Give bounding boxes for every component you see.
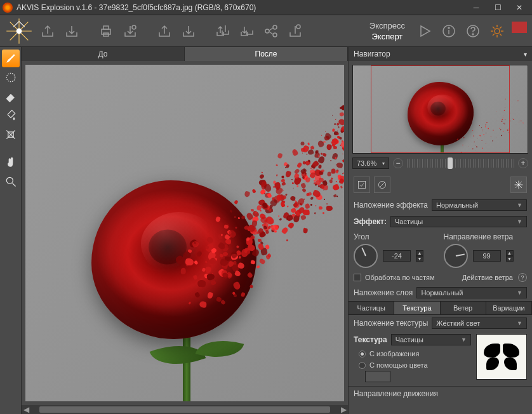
svg-line-28 xyxy=(12,184,15,187)
preset-check-button[interactable] xyxy=(354,177,370,193)
open-icon[interactable] xyxy=(38,22,57,41)
wind-dir-label: Направление ветра xyxy=(444,232,528,241)
zoom-slider[interactable] xyxy=(407,159,514,168)
texture-preview[interactable] xyxy=(476,334,527,380)
mode-express[interactable]: Экспресс xyxy=(369,21,405,30)
tex-overlay-dropdown[interactable]: Жёсткий свет▼ xyxy=(432,317,527,329)
zoom-tool[interactable] xyxy=(2,173,20,190)
svg-line-31 xyxy=(380,182,385,187)
navigator-title: Навигатор xyxy=(354,50,390,58)
svg-line-15 xyxy=(269,32,273,34)
wind-dir-input[interactable] xyxy=(473,250,501,262)
svg-point-11 xyxy=(265,29,269,33)
notification-icon[interactable] xyxy=(512,22,527,33)
selection-tool[interactable] xyxy=(2,69,20,86)
svg-line-5 xyxy=(13,21,19,27)
subtab-variations[interactable]: Вариации xyxy=(486,302,532,314)
export-icon[interactable] xyxy=(121,22,140,41)
svg-point-19 xyxy=(448,27,449,29)
overlay-dropdown[interactable]: Нормальный▼ xyxy=(432,199,527,211)
right-panel: Навигатор ▾ 73.6%▾ − + xyxy=(348,47,532,414)
prefs-icon[interactable] xyxy=(488,22,507,41)
export-preset-icon[interactable] xyxy=(179,22,198,41)
color-swatch[interactable] xyxy=(365,371,390,382)
zoom-in-button[interactable]: + xyxy=(518,158,528,168)
radio-from-color-label: С помощью цвета xyxy=(369,361,428,369)
print-icon[interactable] xyxy=(96,22,116,41)
mode-expert[interactable]: Эксперт xyxy=(369,32,405,41)
brush-tool[interactable] xyxy=(2,50,20,67)
layer-overlay-dropdown[interactable]: Нормальный▼ xyxy=(416,287,527,298)
canvas-viewport[interactable] xyxy=(22,61,348,405)
close-button[interactable]: ✕ xyxy=(509,1,529,14)
angle-input[interactable] xyxy=(383,250,411,262)
tex-overlay-label: Наложение текстуры xyxy=(354,319,428,328)
main-toolbar: Экспресс Эксперт xyxy=(0,15,532,47)
svg-rect-7 xyxy=(102,29,110,34)
svg-line-4 xyxy=(19,21,25,27)
zoom-out-button[interactable]: − xyxy=(393,158,403,168)
texture-dropdown[interactable]: Частицы▼ xyxy=(391,334,471,345)
angle-down[interactable]: ▼ xyxy=(416,256,423,262)
horizontal-scrollbar[interactable]: ◀ ▶ xyxy=(22,405,348,414)
wind-dir-dial[interactable] xyxy=(444,244,468,268)
svg-point-16 xyxy=(296,25,300,29)
help-icon[interactable] xyxy=(463,22,482,41)
bucket-tool[interactable] xyxy=(2,107,20,124)
save-icon[interactable] xyxy=(62,22,81,41)
run-icon[interactable] xyxy=(415,22,434,41)
share-icon[interactable] xyxy=(262,22,281,41)
collapse-icon[interactable]: ▾ xyxy=(524,51,527,58)
radio-from-color[interactable] xyxy=(359,362,366,369)
tab-before[interactable]: До xyxy=(22,47,185,61)
texture-label: Текстура xyxy=(354,335,387,344)
subtab-wind[interactable]: Ветер xyxy=(441,302,486,314)
app-icon xyxy=(3,3,13,13)
svg-point-21 xyxy=(472,34,474,35)
svg-line-14 xyxy=(269,28,273,30)
layer-overlay-label: Наложение слоя xyxy=(354,288,413,297)
svg-point-27 xyxy=(6,177,13,184)
svg-point-6 xyxy=(17,28,22,34)
subtab-particles[interactable]: Частицы xyxy=(349,302,394,314)
angle-label: Угол xyxy=(354,232,437,241)
overlay-label: Наложение эффекта xyxy=(354,201,428,210)
effect-label: Эффект: xyxy=(354,217,387,226)
wind-down[interactable]: ▼ xyxy=(506,256,514,262)
logo-spark-icon xyxy=(5,17,33,45)
tab-after[interactable]: После xyxy=(185,47,348,61)
maximize-button[interactable]: ☐ xyxy=(488,1,508,14)
subtab-texture[interactable]: Текстура xyxy=(394,302,440,314)
svg-point-22 xyxy=(495,29,500,34)
wind-up[interactable]: ▲ xyxy=(506,250,514,256)
titlebar: AKVIS Explosion v.1.6 - 37e9832_5cf0f5cf… xyxy=(0,0,532,15)
import-preset-icon[interactable] xyxy=(155,22,174,41)
svg-rect-8 xyxy=(103,26,109,29)
effect-dropdown[interactable]: Частицы▼ xyxy=(390,216,527,227)
angle-dial[interactable] xyxy=(354,244,378,268)
angle-up[interactable]: ▲ xyxy=(416,250,423,256)
svg-point-12 xyxy=(273,25,277,29)
navigator-header: Навигатор ▾ xyxy=(349,47,532,61)
zoom-value[interactable]: 73.6%▾ xyxy=(352,157,389,169)
svg-point-13 xyxy=(273,33,277,37)
hand-tool[interactable] xyxy=(2,154,20,171)
radio-from-image[interactable] xyxy=(359,351,366,357)
help-hint-icon[interactable]: ? xyxy=(518,273,527,282)
batch-open-icon[interactable] xyxy=(213,22,232,41)
crop-tool[interactable] xyxy=(2,126,20,144)
navigator-preview[interactable] xyxy=(352,65,528,154)
motion-label: Направление движения xyxy=(354,389,438,398)
preset-disable-button[interactable] xyxy=(374,177,390,193)
svg-rect-29 xyxy=(358,181,365,188)
batch-save-icon[interactable] xyxy=(237,22,256,41)
info-icon[interactable] xyxy=(439,22,458,41)
minimize-button[interactable]: ─ xyxy=(466,1,486,14)
eraser-tool[interactable] xyxy=(2,88,20,105)
preset-spark-button[interactable] xyxy=(510,177,527,193)
wind-action-label: Действие ветра xyxy=(462,274,513,281)
settings-export-icon[interactable] xyxy=(286,22,305,41)
svg-point-10 xyxy=(132,25,136,29)
process-parts-checkbox[interactable] xyxy=(354,274,361,281)
svg-point-23 xyxy=(6,73,15,81)
